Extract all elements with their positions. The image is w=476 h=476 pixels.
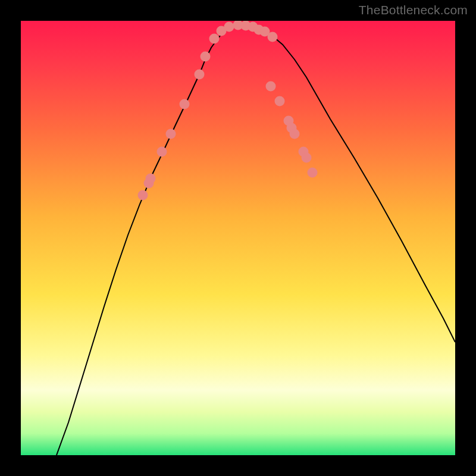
marker-dot [166,129,176,139]
marker-dot [195,70,205,80]
marker-dot [308,168,318,178]
marker-dot [224,22,234,32]
chart-svg [21,21,455,455]
plot-area [21,21,455,455]
marker-dot [275,96,285,107]
bottleneck-curve [57,24,455,455]
marker-group [138,21,318,201]
marker-dot [138,190,148,201]
watermark-text: TheBottleneck.com [359,3,468,17]
marker-dot [201,52,211,62]
marker-dot [268,32,278,42]
marker-dot [180,99,190,109]
marker-dot [302,153,312,163]
marker-dot [290,129,300,139]
marker-dot [157,147,167,157]
outer-frame: TheBottleneck.com [0,0,476,476]
marker-dot [209,34,220,44]
marker-dot [266,82,276,92]
marker-dot [146,174,156,184]
